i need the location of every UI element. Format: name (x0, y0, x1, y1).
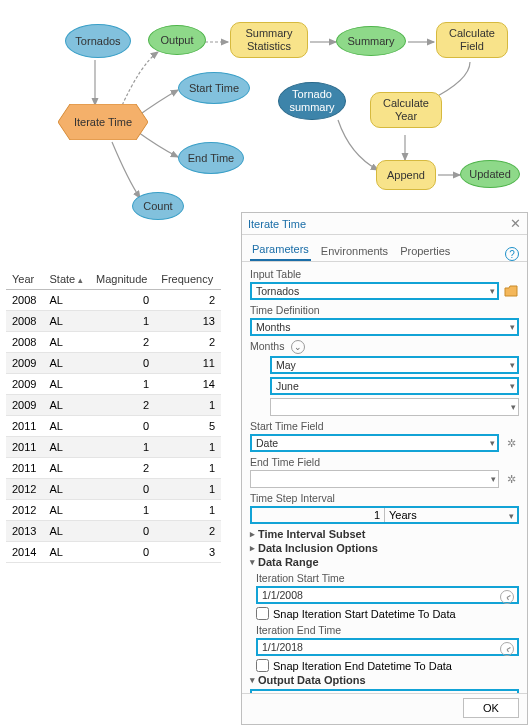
time-step-interval-field[interactable]: 1 Years▾ (250, 506, 519, 524)
help-icon[interactable]: ? (505, 247, 519, 261)
lbl-snap-start: Snap Iteration Start Datetime To Data (273, 608, 456, 620)
iteration-end-field[interactable]: 1/1/2018 (256, 638, 519, 656)
node-summary-statistics[interactable]: Summary Statistics (230, 22, 308, 58)
node-iterate-time[interactable]: Iterate Time (58, 104, 148, 140)
month-field-empty[interactable]: ▾ (270, 398, 519, 416)
section-time-interval-subset[interactable]: Time Interval Subset (250, 528, 519, 540)
node-count[interactable]: Count (132, 192, 184, 220)
table-row[interactable]: 2014AL03 (6, 542, 221, 563)
input-table-field[interactable]: Tornados▾ (250, 282, 499, 300)
dialog-titlebar: Iterate Time ✕ (242, 213, 527, 235)
end-time-field[interactable]: ▾ (250, 470, 499, 488)
table-row[interactable]: 2012AL11 (6, 500, 221, 521)
lbl-start-field: Start Time Field (250, 420, 519, 432)
node-iterate-time-label: Iterate Time (74, 116, 132, 129)
results-table: Year State Magnitude Frequency 2008AL022… (6, 269, 221, 563)
col-frequency[interactable]: Frequency (155, 269, 221, 290)
gear-icon-2[interactable]: ✲ (503, 471, 519, 487)
table-row[interactable]: 2008AL22 (6, 332, 221, 353)
section-data-inclusion[interactable]: Data Inclusion Options (250, 542, 519, 554)
table-row[interactable]: 2011AL05 (6, 416, 221, 437)
node-calculate-field[interactable]: Calculate Field (436, 22, 508, 58)
browse-icon[interactable] (503, 283, 519, 299)
tab-parameters[interactable]: Parameters (250, 239, 311, 261)
month-field-2[interactable]: June▾ (270, 377, 519, 395)
tab-environments[interactable]: Environments (319, 241, 390, 261)
table-row[interactable]: 2012AL01 (6, 479, 221, 500)
close-icon[interactable]: ✕ (510, 216, 521, 231)
lbl-end-field: End Time Field (250, 456, 519, 468)
node-tornado-summary[interactable]: Tornado summary (278, 82, 346, 120)
start-time-field[interactable]: Date▾ (250, 434, 499, 452)
col-state[interactable]: State (44, 269, 90, 290)
model-diagram: Tornados Iterate Time Start Time End Tim… (0, 0, 530, 230)
table-row[interactable]: 2013AL02 (6, 521, 221, 542)
ok-button[interactable]: OK (463, 698, 519, 718)
snap-start-checkbox[interactable] (256, 607, 269, 620)
table-row[interactable]: 2008AL113 (6, 311, 221, 332)
month-field-1[interactable]: May▾ (270, 356, 519, 374)
col-magnitude[interactable]: Magnitude (90, 269, 155, 290)
section-data-range[interactable]: Data Range (250, 556, 519, 568)
node-updated[interactable]: Updated (460, 160, 520, 188)
dialog-tabs: Parameters Environments Properties ? (242, 235, 527, 262)
table-row[interactable]: 2011AL11 (6, 437, 221, 458)
lbl-iter-start: Iteration Start Time (256, 572, 519, 584)
node-summary[interactable]: Summary (336, 26, 406, 56)
table-row[interactable]: 2009AL011 (6, 353, 221, 374)
node-tornados[interactable]: Tornados (65, 24, 131, 58)
lbl-step-interval: Time Step Interval (250, 492, 519, 504)
table-row[interactable]: 2009AL21 (6, 395, 221, 416)
lbl-input-table: Input Table (250, 268, 519, 280)
node-append[interactable]: Append (376, 160, 436, 190)
section-output-options[interactable]: Output Data Options (250, 674, 519, 686)
iterate-time-dialog: Iterate Time ✕ Parameters Environments P… (241, 212, 528, 725)
clock-icon-2 (500, 642, 514, 656)
lbl-months: Months ⌄ (250, 340, 519, 354)
lbl-time-definition: Time Definition (250, 304, 519, 316)
node-start-time[interactable]: Start Time (178, 72, 250, 104)
snap-end-checkbox[interactable] (256, 659, 269, 672)
dialog-title: Iterate Time (248, 218, 306, 230)
time-definition-field[interactable]: Months▾ (250, 318, 519, 336)
clock-icon (500, 590, 514, 604)
node-end-time[interactable]: End Time (178, 142, 244, 174)
lbl-snap-end: Snap Iteration End Datetime To Data (273, 660, 452, 672)
lbl-iter-end: Iteration End Time (256, 624, 519, 636)
tab-properties[interactable]: Properties (398, 241, 452, 261)
node-output[interactable]: Output (148, 25, 206, 55)
node-calculate-year[interactable]: Calculate Year (370, 92, 442, 128)
table-row[interactable]: 2009AL114 (6, 374, 221, 395)
iteration-start-field[interactable]: 1/1/2008 (256, 586, 519, 604)
gear-icon[interactable]: ✲ (503, 435, 519, 451)
table-row[interactable]: 2011AL21 (6, 458, 221, 479)
table-row[interactable]: 2008AL02 (6, 290, 221, 311)
col-year[interactable]: Year (6, 269, 44, 290)
chevron-down-icon[interactable]: ⌄ (291, 340, 305, 354)
